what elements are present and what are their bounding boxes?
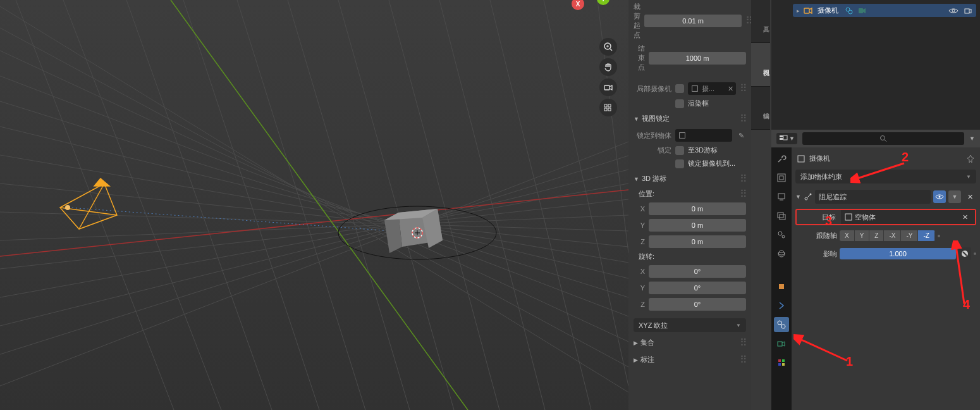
axis-y-button[interactable]: Y [855,230,870,241]
constraint-mute-icon[interactable] [933,190,946,203]
camera-view-icon[interactable] [599,78,617,96]
svg-rect-70 [778,213,783,218]
svg-line-18 [237,0,365,410]
ptab-world[interactable] [774,246,789,261]
svg-point-88 [809,194,811,196]
svg-marker-42 [94,178,109,186]
annotation-section-header[interactable]: ▶ 标注 ⠿ [628,351,751,368]
ptab-scene[interactable] [774,227,789,242]
drag-grip-icon[interactable]: ⠿ [740,86,746,91]
svg-point-57 [848,10,852,14]
svg-line-79 [781,324,782,325]
lock-to-cursor: 至3D游标 [688,146,718,155]
lock-cursor-checkbox[interactable] [675,146,684,155]
tab-view[interactable]: 视图 [751,43,770,86]
svg-point-59 [952,9,955,12]
track-axis-row: 跟随轴 X Y Z -X -Y -Z [795,230,976,241]
pan-hand-icon[interactable] [599,58,617,76]
viewport-3d[interactable]: X Y [0,0,628,410]
pin-icon[interactable] [966,154,975,163]
cursor-section-header[interactable]: ▼ 3D 游标 ⠿ [628,170,751,187]
cursor-z[interactable] [649,235,746,248]
ptab-render[interactable] [774,170,789,185]
outliner[interactable]: ▸ 摄像机 [771,0,980,130]
properties-header: ▼ ▼ [771,130,980,147]
properties-icon [779,134,788,143]
local-camera-checkbox[interactable] [675,84,684,93]
constraint-extras-icon[interactable]: ▼ [948,190,961,203]
target-value: 空物体 [855,213,876,222]
influence-slider[interactable]: 1.000 [840,248,956,259]
cursor-y[interactable] [649,219,746,232]
close-icon[interactable]: ✕ [728,85,733,93]
object-icon [678,131,687,140]
svg-rect-71 [780,214,785,220]
ptab-constraints[interactable] [774,317,789,332]
local-camera-picker[interactable]: 摄... ✕ [688,82,736,95]
tab-edit[interactable]: 编辑 [751,87,770,130]
clip-start-input[interactable] [644,15,742,27]
axis-x-ball[interactable]: X [572,0,584,10]
editor-type-selector[interactable]: ▼ [776,133,797,144]
axis-x-button[interactable]: X [840,230,855,241]
clip-end-input[interactable] [649,52,746,65]
tab-tool[interactable]: 工具 [751,0,770,43]
n-panel-tabs: 工具 视图 编辑 [751,0,770,130]
svg-rect-62 [780,138,783,140]
axis-y-ball[interactable]: Y [597,0,609,5]
zoom-icon[interactable] [599,38,617,56]
svg-rect-63 [783,135,787,140]
svg-line-12 [0,51,628,342]
ptab-object[interactable] [774,279,789,294]
render-border-checkbox[interactable] [675,99,684,108]
ortho-view-icon[interactable] [599,99,617,116]
svg-rect-80 [778,342,782,346]
cursor-rz[interactable] [649,298,746,311]
properties-search[interactable] [802,132,964,145]
rotation-mode-dropdown[interactable]: XYZ 欧拉▼ [634,318,746,332]
lock-camera-checkbox[interactable] [675,159,684,168]
navigation-gizmo[interactable]: X Y [578,0,616,30]
influence-row: 影响 1.000 [795,247,976,260]
driver-icon[interactable] [959,247,971,260]
chevron-down-icon[interactable]: ▼ [795,194,801,200]
eyedropper-icon[interactable]: ✎ [736,132,746,140]
cursor-rx[interactable] [649,265,746,278]
constraint-name-field[interactable]: 阻尼追踪 [815,190,931,204]
svg-rect-53 [692,86,698,92]
ptab-output[interactable] [774,189,789,204]
ptab-texture[interactable] [774,355,789,370]
ptab-modifier[interactable] [774,298,789,313]
ptab-data[interactable] [774,336,789,351]
svg-rect-68 [778,194,785,199]
breadcrumb: 摄像机 [795,151,976,166]
options-dropdown-icon[interactable]: ▼ [969,135,975,142]
axis-z-button[interactable]: Z [869,230,884,241]
collection-section-header[interactable]: ▶ 集合 ⠿ [628,334,751,351]
constraint-close-icon[interactable]: ✕ [964,190,976,203]
cursor-ry[interactable] [649,282,746,294]
svg-rect-61 [780,135,783,137]
lock-object-picker[interactable] [675,129,732,142]
track-axis-label: 跟随轴 [795,231,837,240]
axis-nx-button[interactable]: -X [884,230,901,241]
cursor-x[interactable] [649,202,746,215]
view-lock-header[interactable]: ▼ 视图锁定 ⠿ [628,110,751,127]
axis-nz-button[interactable]: -Z [918,230,934,241]
constraint-header: ▼ 阻尼追踪 ▼ ✕ [795,190,976,204]
ptab-viewlayer[interactable] [774,208,789,223]
outliner-item-camera[interactable]: ▸ 摄像机 [793,4,976,17]
svg-line-15 [63,0,221,410]
ptab-tool[interactable] [774,151,789,166]
expand-icon[interactable]: ▸ [797,8,800,14]
properties-tabs [771,147,792,410]
add-constraint-dropdown[interactable]: 添加物体约束▼ [795,170,976,183]
keyframe-dot[interactable] [974,252,976,255]
search-icon [879,135,887,142]
keyframe-dot[interactable] [938,235,940,237]
render-visibility-icon[interactable] [964,6,972,15]
axis-ny-button[interactable]: -Y [901,230,918,241]
close-icon[interactable]: ✕ [959,213,971,221]
target-picker[interactable]: 空物体 ✕ [841,210,975,224]
visibility-icon[interactable] [948,7,959,15]
